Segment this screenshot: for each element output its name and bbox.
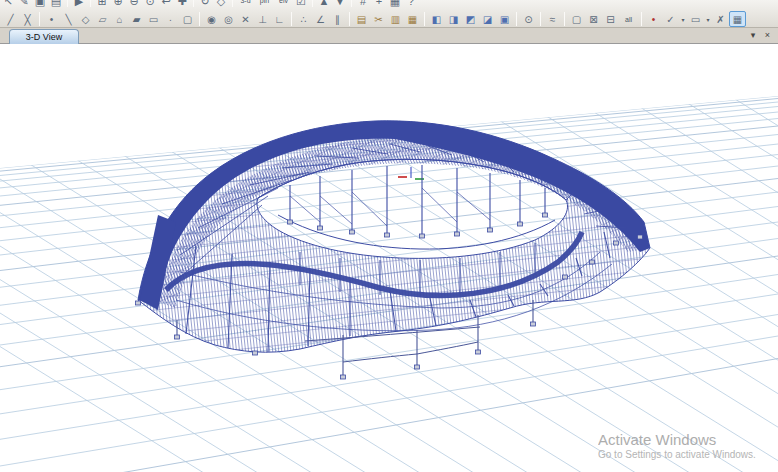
- run-check-icon[interactable]: •: [645, 11, 662, 27]
- select-window-icon[interactable]: ▢: [568, 11, 585, 27]
- deselect-rect-dropdown-icon[interactable]: ▾: [704, 11, 712, 27]
- toolbar-separator: [564, 12, 565, 26]
- rotate-3d-icon[interactable]: ↻: [197, 0, 213, 8]
- zoom-previous-icon[interactable]: ↩: [158, 0, 174, 8]
- draw-line-icon[interactable]: ╱: [2, 11, 19, 27]
- snap-midpoint-icon[interactable]: ◎: [220, 11, 237, 27]
- deselect-rect-icon[interactable]: ▭: [687, 11, 704, 27]
- toolbar-row-1: ↖✎▣▤▶⊞⊕⊖⊙↩✚↻◇3-dplnelv☑▲▼#+▦?: [0, 0, 778, 9]
- toolbar-row-2: ╱╳•╲◇▱⌂▰▭∙▢◉◎✕⊥∟∴∠∥▤✂▥▦◧◨◩◪▣⊙≈▢⊠⊟all•✓▾▭…: [0, 9, 778, 28]
- draw-point-area-icon[interactable]: ∙: [162, 11, 179, 27]
- zoom-out-icon[interactable]: ⊖: [126, 0, 142, 8]
- draw-joint-icon[interactable]: •: [43, 11, 60, 27]
- draw-rect-area-icon[interactable]: ▢: [179, 11, 196, 27]
- snap-parallel-icon[interactable]: ∥: [329, 11, 346, 27]
- draw-frame-icon[interactable]: ╲: [60, 11, 77, 27]
- draw-quick-area-icon[interactable]: ▭: [145, 11, 162, 27]
- report-writer-icon[interactable]: ▥: [387, 11, 404, 27]
- select-line-icon[interactable]: ✓: [662, 11, 679, 27]
- draw-secondary-beams-icon[interactable]: ▱: [94, 11, 111, 27]
- model-3d-viewport[interactable]: Activate Windows Go to Settings to activ…: [0, 45, 778, 472]
- draw-area-icon[interactable]: ⌂: [111, 11, 128, 27]
- toolbar-separator: [349, 12, 350, 26]
- pointer-icon[interactable]: ↖: [0, 0, 16, 8]
- structural-model-canvas: [0, 45, 778, 472]
- snap-intersection-icon[interactable]: ✕: [237, 11, 254, 27]
- draw-poly-area-icon[interactable]: ▰: [128, 11, 145, 27]
- help-icon[interactable]: ?: [403, 0, 419, 8]
- toolbar-separator: [199, 12, 200, 26]
- assign-area-icon[interactable]: ◪: [479, 11, 496, 27]
- toolbar-separator: [351, 0, 352, 7]
- toolbar-separator: [641, 12, 642, 26]
- tab-bar-controls: ▾ ×: [744, 30, 770, 40]
- material-list-icon[interactable]: ▦: [404, 11, 421, 27]
- select-poly-icon[interactable]: ⊠: [585, 11, 602, 27]
- assign-joint-icon[interactable]: ▣: [496, 11, 513, 27]
- zoom-extents-icon[interactable]: ⊙: [142, 0, 158, 8]
- toolbar-separator: [424, 12, 425, 26]
- toolbar-separator: [193, 0, 194, 7]
- select-all-icon[interactable]: all: [619, 11, 638, 27]
- save-icon[interactable]: ▣: [32, 0, 48, 8]
- global-axes-marker: [398, 167, 424, 179]
- perspective-icon[interactable]: ◇: [213, 0, 229, 8]
- view-plan-icon[interactable]: pln: [255, 0, 274, 8]
- search-icon[interactable]: ⊙: [520, 11, 537, 27]
- database-tables-icon[interactable]: ▤: [353, 11, 370, 27]
- view-tab-bar: 3-D View ▾ ×: [0, 28, 778, 44]
- snap-fine-grid-icon[interactable]: ∴: [295, 11, 312, 27]
- view-elevation-icon[interactable]: elv: [274, 0, 293, 8]
- zoom-in-icon[interactable]: ⊕: [110, 0, 126, 8]
- move-down-icon[interactable]: ▼: [332, 0, 348, 8]
- show-axes-icon[interactable]: +: [371, 0, 387, 8]
- snap-perpendicular-icon[interactable]: ⊥: [254, 11, 271, 27]
- tab-3d-view-label: 3-D View: [26, 32, 62, 42]
- toolbar-separator: [312, 0, 313, 7]
- activate-windows-watermark: Activate Windows: [598, 431, 716, 448]
- print-icon[interactable]: ▤: [48, 0, 64, 8]
- named-view-icon[interactable]: ☑: [293, 0, 309, 8]
- quick-draw-line-icon[interactable]: ╳: [19, 11, 36, 27]
- set-plan-view-icon[interactable]: ◨: [445, 11, 462, 27]
- run-analysis-icon[interactable]: ▶: [71, 0, 87, 8]
- view-3d-icon[interactable]: 3-d: [236, 0, 255, 8]
- section-cut-icon[interactable]: ✂: [370, 11, 387, 27]
- show-grid-icon[interactable]: #: [355, 0, 371, 8]
- set-3d-view-icon[interactable]: ◧: [428, 11, 445, 27]
- assign-frame-icon[interactable]: ◩: [462, 11, 479, 27]
- tab-list-dropdown-icon[interactable]: ▾: [751, 30, 756, 40]
- draw-braces-icon[interactable]: ◇: [77, 11, 94, 27]
- toolbar-separator: [232, 0, 233, 7]
- tab-close-icon[interactable]: ×: [765, 30, 770, 40]
- toolbar-separator: [516, 12, 517, 26]
- activate-windows-watermark-subtext: Go to Settings to activate Windows.: [598, 449, 756, 460]
- select-previous-icon[interactable]: ⊟: [602, 11, 619, 27]
- toolbar-separator: [67, 0, 68, 7]
- select-line-dropdown-icon[interactable]: ▾: [679, 11, 687, 27]
- toolbar-separator: [90, 0, 91, 7]
- move-up-icon[interactable]: ▲: [316, 0, 332, 8]
- tab-3d-view[interactable]: 3-D View: [9, 29, 79, 44]
- edit-icon[interactable]: ✎: [16, 0, 32, 8]
- snap-to-grid-icon[interactable]: ▦: [729, 11, 746, 27]
- toolbar-separator: [39, 12, 40, 26]
- toolbar-separator: [540, 12, 541, 26]
- zoom-window-icon[interactable]: ⊞: [94, 0, 110, 8]
- object-options-icon[interactable]: ▦: [387, 0, 403, 8]
- snap-joint-icon[interactable]: ◉: [203, 11, 220, 27]
- snap-angle-icon[interactable]: ∠: [312, 11, 329, 27]
- pan-icon[interactable]: ✚: [174, 0, 190, 8]
- toolbar-separator: [291, 12, 292, 26]
- show-plot-functions-icon[interactable]: ≈: [544, 11, 561, 27]
- main-toolbar: ↖✎▣▤▶⊞⊕⊖⊙↩✚↻◇3-dplnelv☑▲▼#+▦? ╱╳•╲◇▱⌂▰▭∙…: [0, 0, 778, 28]
- snap-edge-icon[interactable]: ∟: [271, 11, 288, 27]
- clear-selection-icon[interactable]: ✗: [712, 11, 729, 27]
